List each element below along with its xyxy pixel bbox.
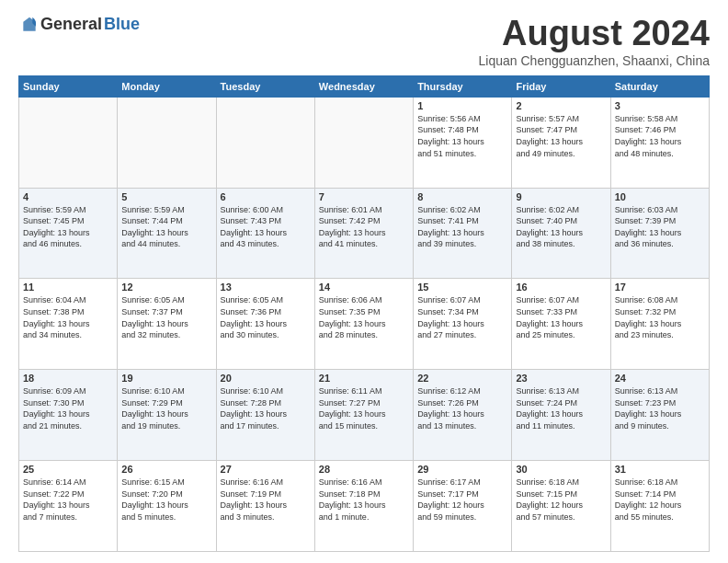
- day-info: Sunrise: 6:03 AM Sunset: 7:39 PM Dayligh…: [615, 204, 705, 250]
- day-cell: [216, 97, 314, 188]
- day-number: 15: [417, 282, 507, 293]
- day-info: Sunrise: 6:04 AM Sunset: 7:38 PM Dayligh…: [23, 294, 113, 340]
- col-wednesday: Wednesday: [314, 75, 413, 97]
- day-info: Sunrise: 6:08 AM Sunset: 7:32 PM Dayligh…: [615, 294, 705, 340]
- week-row-5: 25Sunrise: 6:14 AM Sunset: 7:22 PM Dayli…: [19, 461, 710, 552]
- day-number: 4: [23, 191, 113, 202]
- calendar-table: Sunday Monday Tuesday Wednesday Thursday…: [18, 75, 710, 552]
- day-cell: 30Sunrise: 6:18 AM Sunset: 7:15 PM Dayli…: [512, 461, 610, 552]
- day-cell: 23Sunrise: 6:13 AM Sunset: 7:24 PM Dayli…: [512, 370, 610, 461]
- day-number: 1: [417, 100, 507, 111]
- header: GeneralBlue August 2024 Liquan Chengguan…: [18, 15, 710, 68]
- day-cell: 14Sunrise: 6:06 AM Sunset: 7:35 PM Dayli…: [314, 279, 413, 370]
- day-info: Sunrise: 6:12 AM Sunset: 7:26 PM Dayligh…: [417, 385, 507, 431]
- day-cell: 9Sunrise: 6:02 AM Sunset: 7:40 PM Daylig…: [512, 188, 610, 279]
- day-number: 28: [319, 464, 409, 475]
- day-info: Sunrise: 6:18 AM Sunset: 7:15 PM Dayligh…: [516, 477, 606, 523]
- logo: GeneralBlue: [18, 15, 140, 34]
- day-info: Sunrise: 6:07 AM Sunset: 7:33 PM Dayligh…: [516, 294, 606, 340]
- day-cell: 18Sunrise: 6:09 AM Sunset: 7:30 PM Dayli…: [19, 370, 118, 461]
- day-cell: 16Sunrise: 6:07 AM Sunset: 7:33 PM Dayli…: [512, 279, 610, 370]
- day-number: 9: [516, 191, 606, 202]
- day-info: Sunrise: 6:14 AM Sunset: 7:22 PM Dayligh…: [23, 477, 113, 523]
- col-thursday: Thursday: [414, 75, 512, 97]
- day-number: 11: [23, 282, 113, 293]
- day-cell: 29Sunrise: 6:17 AM Sunset: 7:17 PM Dayli…: [414, 461, 512, 552]
- day-number: 29: [417, 464, 507, 475]
- calendar-header: Sunday Monday Tuesday Wednesday Thursday…: [19, 75, 710, 97]
- day-cell: 1Sunrise: 5:56 AM Sunset: 7:48 PM Daylig…: [414, 97, 512, 188]
- day-info: Sunrise: 5:56 AM Sunset: 7:48 PM Dayligh…: [417, 113, 507, 159]
- day-number: 30: [516, 464, 606, 475]
- day-cell: 21Sunrise: 6:11 AM Sunset: 7:27 PM Dayli…: [314, 370, 413, 461]
- week-row-2: 4Sunrise: 5:59 AM Sunset: 7:45 PM Daylig…: [19, 188, 710, 279]
- header-row: Sunday Monday Tuesday Wednesday Thursday…: [19, 75, 710, 97]
- col-tuesday: Tuesday: [216, 75, 314, 97]
- day-info: Sunrise: 6:00 AM Sunset: 7:43 PM Dayligh…: [221, 204, 311, 250]
- title-block: August 2024 Liquan Chengguanzhen, Shaanx…: [479, 15, 710, 68]
- day-number: 2: [516, 100, 606, 111]
- logo-icon: [20, 16, 39, 34]
- day-info: Sunrise: 6:05 AM Sunset: 7:37 PM Dayligh…: [121, 294, 211, 340]
- week-row-3: 11Sunrise: 6:04 AM Sunset: 7:38 PM Dayli…: [19, 279, 710, 370]
- page: GeneralBlue August 2024 Liquan Chengguan…: [0, 0, 728, 563]
- day-info: Sunrise: 6:02 AM Sunset: 7:41 PM Dayligh…: [417, 204, 507, 250]
- day-cell: 22Sunrise: 6:12 AM Sunset: 7:26 PM Dayli…: [414, 370, 512, 461]
- day-number: 5: [121, 191, 211, 202]
- day-info: Sunrise: 6:16 AM Sunset: 7:18 PM Dayligh…: [319, 477, 409, 523]
- day-cell: 4Sunrise: 5:59 AM Sunset: 7:45 PM Daylig…: [19, 188, 118, 279]
- col-saturday: Saturday: [610, 75, 709, 97]
- day-info: Sunrise: 6:13 AM Sunset: 7:24 PM Dayligh…: [516, 385, 606, 431]
- day-cell: 28Sunrise: 6:16 AM Sunset: 7:18 PM Dayli…: [314, 461, 413, 552]
- day-info: Sunrise: 6:16 AM Sunset: 7:19 PM Dayligh…: [221, 477, 311, 523]
- calendar-body: 1Sunrise: 5:56 AM Sunset: 7:48 PM Daylig…: [19, 97, 710, 551]
- month-year-title: August 2024: [479, 15, 710, 53]
- day-cell: 2Sunrise: 5:57 AM Sunset: 7:47 PM Daylig…: [512, 97, 610, 188]
- day-number: 16: [516, 282, 606, 293]
- day-info: Sunrise: 5:57 AM Sunset: 7:47 PM Dayligh…: [516, 113, 606, 159]
- day-number: 23: [516, 373, 606, 384]
- day-info: Sunrise: 6:07 AM Sunset: 7:34 PM Dayligh…: [417, 294, 507, 340]
- day-cell: 10Sunrise: 6:03 AM Sunset: 7:39 PM Dayli…: [610, 188, 709, 279]
- day-number: 24: [615, 373, 705, 384]
- day-info: Sunrise: 6:15 AM Sunset: 7:20 PM Dayligh…: [121, 477, 211, 523]
- day-number: 13: [221, 282, 311, 293]
- day-number: 26: [121, 464, 211, 475]
- day-number: 8: [417, 191, 507, 202]
- logo-general-text: General: [40, 15, 102, 34]
- day-cell: 7Sunrise: 6:01 AM Sunset: 7:42 PM Daylig…: [314, 188, 413, 279]
- day-number: 17: [615, 282, 705, 293]
- day-number: 18: [23, 373, 113, 384]
- day-cell: [118, 97, 216, 188]
- day-cell: 11Sunrise: 6:04 AM Sunset: 7:38 PM Dayli…: [19, 279, 118, 370]
- day-number: 22: [417, 373, 507, 384]
- day-info: Sunrise: 6:06 AM Sunset: 7:35 PM Dayligh…: [319, 294, 409, 340]
- day-cell: 3Sunrise: 5:58 AM Sunset: 7:46 PM Daylig…: [610, 97, 709, 188]
- day-number: 6: [221, 191, 311, 202]
- day-info: Sunrise: 5:59 AM Sunset: 7:45 PM Dayligh…: [23, 204, 113, 250]
- day-cell: [19, 97, 118, 188]
- day-cell: 13Sunrise: 6:05 AM Sunset: 7:36 PM Dayli…: [216, 279, 314, 370]
- day-cell: 17Sunrise: 6:08 AM Sunset: 7:32 PM Dayli…: [610, 279, 709, 370]
- day-cell: 24Sunrise: 6:13 AM Sunset: 7:23 PM Dayli…: [610, 370, 709, 461]
- day-cell: 8Sunrise: 6:02 AM Sunset: 7:41 PM Daylig…: [414, 188, 512, 279]
- day-cell: 5Sunrise: 5:59 AM Sunset: 7:44 PM Daylig…: [118, 188, 216, 279]
- day-number: 25: [23, 464, 113, 475]
- day-number: 7: [319, 191, 409, 202]
- day-number: 21: [319, 373, 409, 384]
- day-number: 14: [319, 282, 409, 293]
- day-info: Sunrise: 6:02 AM Sunset: 7:40 PM Dayligh…: [516, 204, 606, 250]
- day-info: Sunrise: 5:59 AM Sunset: 7:44 PM Dayligh…: [121, 204, 211, 250]
- week-row-1: 1Sunrise: 5:56 AM Sunset: 7:48 PM Daylig…: [19, 97, 710, 188]
- logo-blue-text: Blue: [104, 15, 140, 34]
- day-number: 12: [121, 282, 211, 293]
- day-cell: 15Sunrise: 6:07 AM Sunset: 7:34 PM Dayli…: [414, 279, 512, 370]
- day-cell: 31Sunrise: 6:18 AM Sunset: 7:14 PM Dayli…: [610, 461, 709, 552]
- day-cell: 19Sunrise: 6:10 AM Sunset: 7:29 PM Dayli…: [118, 370, 216, 461]
- day-info: Sunrise: 6:11 AM Sunset: 7:27 PM Dayligh…: [319, 385, 409, 431]
- day-info: Sunrise: 6:01 AM Sunset: 7:42 PM Dayligh…: [319, 204, 409, 250]
- day-cell: 20Sunrise: 6:10 AM Sunset: 7:28 PM Dayli…: [216, 370, 314, 461]
- day-info: Sunrise: 6:13 AM Sunset: 7:23 PM Dayligh…: [615, 385, 705, 431]
- day-cell: 27Sunrise: 6:16 AM Sunset: 7:19 PM Dayli…: [216, 461, 314, 552]
- col-sunday: Sunday: [19, 75, 118, 97]
